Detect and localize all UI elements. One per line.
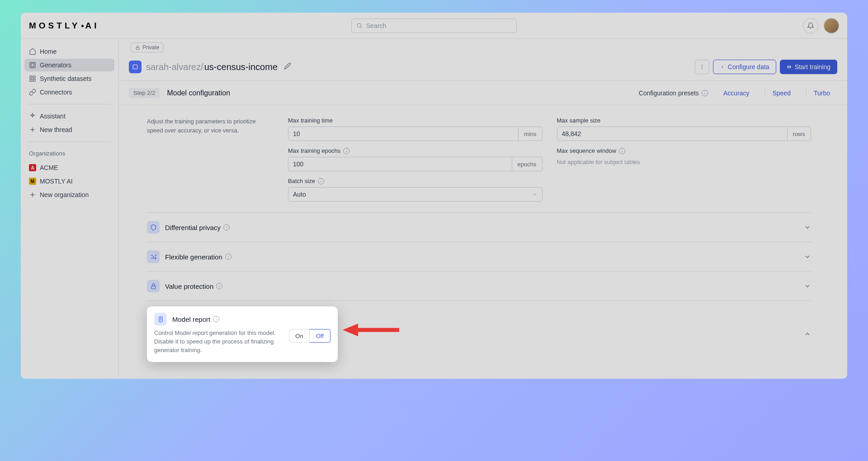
toggle-on[interactable]: On [289, 329, 310, 343]
max-training-epochs-input[interactable] [288, 157, 512, 171]
unit-mins: mins [519, 127, 542, 141]
chevron-down-icon [804, 224, 811, 231]
svg-rect-12 [151, 286, 156, 288]
accordion-differential-privacy[interactable]: Differential privacyi [147, 213, 811, 242]
chevron-up-icon [804, 330, 811, 338]
chevron-down-icon [804, 253, 811, 260]
svg-point-0 [357, 24, 361, 27]
info-icon: i [702, 90, 708, 96]
batch-size-label: Batch sizei [288, 178, 542, 184]
sidebar-item-new-org[interactable]: New organization [24, 188, 114, 201]
sidebar-item-new-thread[interactable]: New thread [24, 123, 114, 136]
sidebar-item-org-mostlyai[interactable]: M MOSTLY AI [24, 175, 114, 188]
more-menu-button[interactable] [695, 60, 709, 74]
info-icon: i [318, 178, 324, 184]
model-report-card: Model reporti Control Model report gener… [147, 306, 338, 362]
svg-rect-7 [136, 47, 139, 50]
sidebar-item-label: Assistant [40, 113, 66, 120]
svg-point-9 [702, 65, 703, 66]
logo: MOSTLYAI [29, 21, 99, 31]
sidebar-item-label: New thread [40, 126, 72, 133]
batch-size-select[interactable]: Auto [288, 187, 542, 202]
model-report-toggle[interactable]: On Off [289, 329, 330, 343]
sidebar-item-label: Generators [40, 61, 71, 69]
lock-icon [147, 280, 160, 292]
org-badge-icon: A [29, 164, 36, 171]
max-sample-size-input[interactable] [557, 127, 788, 141]
toggle-off[interactable]: Off [310, 329, 330, 343]
sidebar-item-label: MOSTLY AI [40, 178, 73, 185]
search-input[interactable] [351, 19, 517, 33]
organizations-header: Organizations [24, 147, 114, 160]
sidebar-item-label: Synthetic datasets [40, 75, 91, 82]
sidebar-item-connectors[interactable]: Connectors [24, 86, 114, 99]
edit-name-icon[interactable] [284, 62, 291, 71]
sidebar-item-home[interactable]: Home [24, 45, 114, 58]
sidebar-item-org-acme[interactable]: A ACME [24, 161, 114, 174]
shuffle-icon [147, 250, 160, 263]
max-sequence-window-label: Max sequence windowi [557, 147, 811, 154]
org-badge-icon: M [29, 178, 36, 185]
sidebar-item-generators[interactable]: Generators [24, 59, 114, 71]
max-training-epochs-label: Max training epochsi [288, 147, 542, 154]
max-training-time-input[interactable] [288, 127, 519, 141]
svg-rect-2 [31, 64, 34, 67]
unit-rows: rows [788, 127, 811, 141]
step-indicator: Step 2/2 [129, 88, 160, 98]
shield-icon [147, 221, 160, 234]
sidebar-item-label: Home [40, 48, 57, 55]
svg-point-11 [702, 68, 703, 69]
svg-rect-4 [33, 76, 35, 78]
preset-speed[interactable]: Speed [764, 89, 797, 97]
info-icon: i [225, 254, 231, 260]
svg-rect-6 [33, 79, 35, 81]
svg-rect-8 [133, 65, 137, 69]
sidebar-item-label: New organization [40, 191, 89, 198]
max-sample-size-label: Max sample size [557, 117, 811, 124]
page-title: Model configuration [167, 89, 230, 97]
info-icon: i [619, 148, 625, 154]
svg-rect-1 [30, 62, 35, 68]
sidebar-item-label: ACME [40, 164, 58, 171]
info-icon: i [343, 148, 349, 154]
max-sequence-window-na: Not applicable for subject tables [557, 157, 811, 165]
breadcrumb: sarah-alvarez/us-census-income [146, 62, 278, 72]
sidebar-item-label: Connectors [40, 89, 72, 96]
sidebar-item-assistant[interactable]: Assistant [24, 110, 114, 122]
info-icon: i [223, 224, 230, 230]
preset-accuracy[interactable]: Accuracy [716, 89, 757, 97]
info-icon: i [216, 283, 222, 289]
info-icon: i [213, 316, 219, 322]
training-description: Adjust the training parameters to priori… [147, 117, 270, 202]
configure-data-button[interactable]: Configure data [713, 60, 776, 74]
preset-turbo[interactable]: Turbo [806, 89, 837, 97]
generator-icon [129, 61, 142, 73]
avatar[interactable] [824, 18, 839, 33]
model-report-description: Control Model report generation for this… [154, 329, 282, 355]
unit-epochs: epochs [512, 157, 542, 171]
sidebar-item-synthetic-datasets[interactable]: Synthetic datasets [24, 72, 114, 85]
accordion-flexible-generation[interactable]: Flexible generationi [147, 242, 811, 271]
svg-rect-3 [30, 76, 32, 78]
private-badge: Private [131, 42, 164, 52]
notifications-icon[interactable] [803, 18, 818, 33]
max-training-time-label: Max training time [288, 117, 542, 124]
chevron-down-icon [804, 282, 811, 290]
report-icon [154, 313, 167, 325]
svg-rect-5 [30, 79, 32, 81]
presets-label: Configuration presets i [639, 89, 708, 97]
start-training-button[interactable]: Start training [780, 60, 837, 74]
accordion-value-protection[interactable]: Value protectioni [147, 272, 811, 301]
svg-point-10 [702, 66, 703, 67]
